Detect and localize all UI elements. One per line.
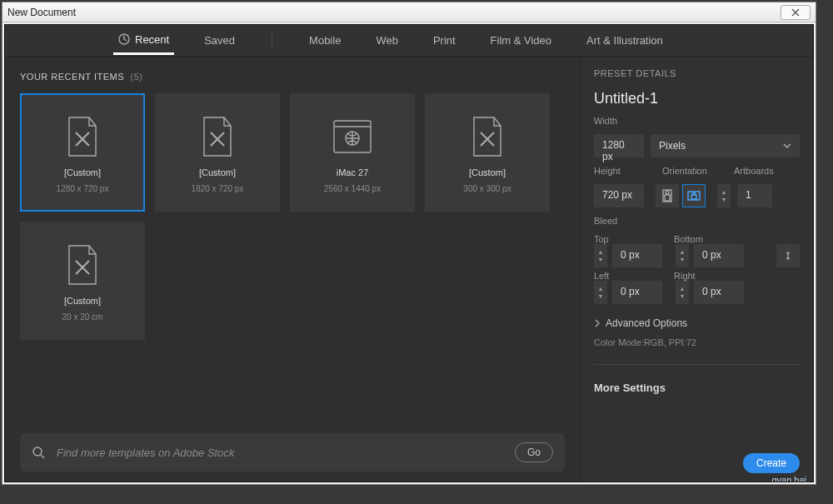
tab-separator	[272, 33, 272, 48]
preset-dimensions: 20 x 20 cm	[62, 312, 103, 322]
preset-dimensions: 1280 x 720 px	[57, 184, 109, 193]
preset-name: [Custom]	[199, 167, 236, 177]
preset-details-panel: PRESET DETAILS Untitled-1 Width 1280 px …	[580, 57, 813, 482]
titlebar: New Document	[2, 2, 816, 22]
tab-recent[interactable]: Recent	[113, 27, 174, 55]
details-header: PRESET DETAILS	[594, 68, 800, 78]
bleed-right-input[interactable]: 0 px	[694, 281, 744, 304]
orientation-label: Orientation	[662, 166, 716, 176]
chevron-down-icon	[783, 143, 791, 148]
tab-film[interactable]: Film & Video	[486, 27, 556, 53]
svg-point-3	[33, 447, 42, 456]
preset-thumb-icon	[62, 241, 103, 289]
preset-card[interactable]: [Custom]20 x 20 cm	[20, 222, 145, 340]
artboards-label: Artboards	[734, 166, 774, 176]
left-label: Left	[594, 271, 669, 281]
clock-icon	[118, 33, 130, 45]
bleed-left-stepper[interactable]: ▲▼	[594, 281, 607, 304]
tab-mobile[interactable]: Mobile	[304, 27, 346, 53]
stock-search-bar: Find more templates on Adobe Stock Go	[20, 433, 565, 472]
svg-rect-5	[665, 195, 670, 201]
bleed-bottom-input[interactable]: 0 px	[694, 244, 744, 267]
preset-dimensions: 1820 x 720 px	[192, 184, 244, 193]
preset-card[interactable]: iMac 272560 x 1440 px	[290, 93, 415, 212]
bleed-right-stepper[interactable]: ▲▼	[676, 281, 689, 304]
preset-card[interactable]: [Custom]1280 x 720 px	[20, 93, 145, 212]
right-label: Right	[674, 271, 696, 281]
height-label: Height	[594, 166, 644, 176]
bottom-label: Bottom	[674, 234, 703, 244]
svg-point-9	[693, 192, 696, 195]
bleed-left-input[interactable]: 0 px	[612, 281, 662, 304]
color-mode-meta: Color Mode:RGB, PPI:72	[594, 337, 800, 347]
svg-rect-8	[691, 195, 696, 199]
preset-cards: [Custom]1280 x 720 px[Custom]1820 x 720 …	[20, 93, 565, 340]
tab-print[interactable]: Print	[428, 27, 461, 53]
preset-card[interactable]: [Custom]300 x 300 px	[425, 93, 550, 212]
preset-dimensions: 2560 x 1440 px	[324, 184, 381, 193]
category-tabs: Recent Saved Mobile Web Print Film & Vid…	[5, 25, 813, 57]
preset-name: iMac 27	[337, 167, 369, 177]
document-name[interactable]: Untitled-1	[594, 90, 800, 107]
preset-thumb-icon	[466, 112, 508, 161]
preset-dimensions: 300 x 300 px	[463, 184, 511, 193]
landscape-icon	[687, 191, 701, 201]
portrait-icon	[662, 189, 672, 202]
top-label: Top	[594, 234, 669, 244]
height-input[interactable]: 720 px	[594, 184, 644, 207]
advanced-options[interactable]: Advanced Options	[594, 317, 800, 329]
chevron-right-icon	[594, 319, 601, 327]
units-select[interactable]: Pixels	[651, 134, 800, 157]
create-button[interactable]: Create gyan.bai	[743, 453, 800, 473]
section-title: YOUR RECENT ITEMS (5)	[20, 72, 565, 82]
width-label: Width	[594, 116, 800, 126]
go-button[interactable]: Go	[515, 442, 553, 462]
divider	[594, 364, 800, 365]
bleed-label: Bleed	[594, 216, 800, 226]
preset-thumb-icon	[332, 112, 373, 161]
tab-recent-label: Recent	[135, 33, 169, 46]
preset-name: [Custom]	[469, 167, 506, 177]
preset-thumb-icon	[197, 112, 238, 161]
bleed-bottom-stepper[interactable]: ▲▼	[676, 244, 689, 267]
bleed-top-input[interactable]: 0 px	[612, 244, 662, 267]
artboards-stepper[interactable]: ▲▼	[717, 184, 731, 207]
preset-name: [Custom]	[64, 167, 101, 177]
orientation-portrait[interactable]	[656, 184, 679, 207]
presets-panel: YOUR RECENT ITEMS (5) [Custom]1280 x 720…	[5, 57, 580, 482]
svg-point-6	[666, 191, 669, 194]
tab-saved[interactable]: Saved	[199, 27, 240, 53]
window-title: New Document	[7, 7, 76, 18]
close-icon[interactable]	[781, 5, 811, 20]
orientation-landscape[interactable]	[682, 184, 706, 207]
more-settings[interactable]: More Settings	[594, 382, 800, 394]
search-input[interactable]: Find more templates on Adobe Stock	[57, 447, 506, 459]
preset-name: [Custom]	[64, 296, 101, 306]
preset-card[interactable]: [Custom]1820 x 720 px	[155, 93, 280, 212]
tab-web[interactable]: Web	[371, 27, 403, 53]
tab-art[interactable]: Art & Illustration	[581, 27, 668, 53]
watermark: gyan.bai	[771, 475, 806, 482]
width-input[interactable]: 1280 px	[594, 134, 644, 157]
search-icon	[32, 446, 45, 459]
preset-thumb-icon	[62, 112, 103, 161]
link-bleed-icon[interactable]	[776, 244, 800, 267]
bleed-top-stepper[interactable]: ▲▼	[594, 244, 607, 267]
artboards-input[interactable]: 1	[737, 184, 772, 207]
